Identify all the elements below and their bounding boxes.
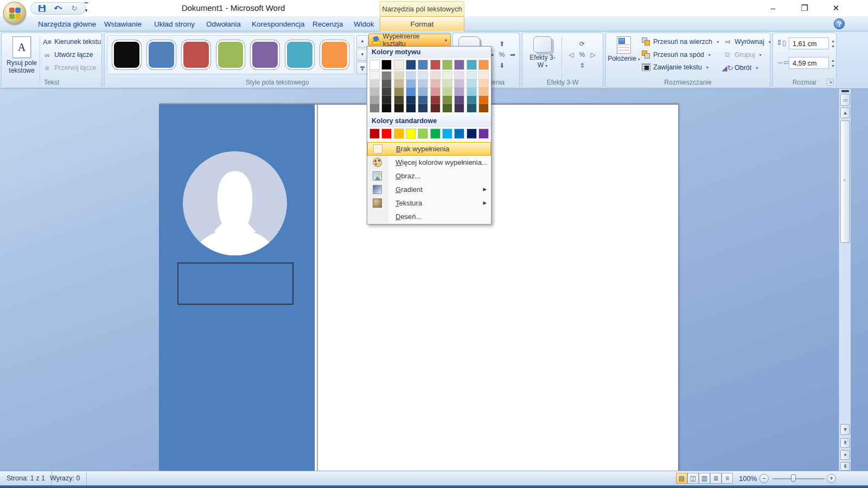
print-layout-view-button[interactable]: ▤ xyxy=(676,473,687,484)
zoom-in-button[interactable]: + xyxy=(827,474,836,483)
tint-swatch[interactable] xyxy=(370,104,379,112)
standard-color-swatch[interactable] xyxy=(394,129,404,138)
group-objects-button[interactable]: ⧉ Grupuj xyxy=(723,50,762,59)
split-handle[interactable] xyxy=(841,90,849,92)
tint-swatch[interactable] xyxy=(443,80,452,88)
bring-to-front-button[interactable]: Przesuń na wierzch xyxy=(642,37,719,46)
tint-swatch[interactable] xyxy=(418,88,427,96)
textbox-style-gallery[interactable] xyxy=(107,35,354,74)
menu-item-no-fill[interactable]: Brak wypełnienia xyxy=(367,142,491,156)
tab-wstawianie[interactable]: Wstawianie xyxy=(97,17,149,31)
tint-swatch[interactable] xyxy=(370,96,379,104)
standard-color-swatch[interactable] xyxy=(467,129,476,138)
tint-swatch[interactable] xyxy=(382,80,391,88)
tint-swatch[interactable] xyxy=(455,96,464,104)
tint-swatch[interactable] xyxy=(455,88,464,96)
tint-swatch[interactable] xyxy=(418,104,427,112)
standard-color-swatch[interactable] xyxy=(370,129,379,138)
tint-swatch[interactable] xyxy=(418,80,427,88)
style-swatch[interactable] xyxy=(320,40,349,70)
scrollbar-thumb[interactable] xyxy=(840,120,850,243)
text-direction-button[interactable]: A≡ Kierunek tekstu xyxy=(43,37,101,46)
tint-swatch[interactable] xyxy=(406,80,416,88)
tint-swatch[interactable] xyxy=(370,80,379,88)
rotate-button[interactable]: ◢↻ Obrót xyxy=(723,63,758,72)
theme-color-swatch[interactable] xyxy=(406,60,416,69)
style-swatch[interactable] xyxy=(112,40,142,70)
tint-swatch[interactable] xyxy=(467,104,476,112)
scroll-down-button[interactable]: ▼ xyxy=(840,424,850,435)
theme-color-swatch[interactable] xyxy=(467,60,476,69)
theme-color-swatch[interactable] xyxy=(382,60,391,69)
save-button[interactable] xyxy=(36,4,47,14)
tint-swatch[interactable] xyxy=(406,72,416,80)
text-wrap-button[interactable]: Zawijanie tekstu xyxy=(642,63,709,71)
browse-object-button[interactable]: ● xyxy=(840,450,850,460)
tint-swatch[interactable] xyxy=(382,104,391,112)
tilt-up-button[interactable]: ⟳ xyxy=(579,40,585,48)
height-input[interactable]: 1,61 cm xyxy=(789,37,829,49)
break-link-button[interactable]: ⋇ Przerwij łącze xyxy=(43,63,96,72)
tint-swatch[interactable] xyxy=(406,88,416,96)
tint-swatch[interactable] xyxy=(467,72,476,80)
standard-color-row[interactable] xyxy=(367,127,491,140)
zoom-slider-track[interactable] xyxy=(773,478,825,479)
nudge-shadow-right-button[interactable]: ➡ xyxy=(510,51,515,59)
tint-swatch[interactable] xyxy=(479,88,488,96)
theme-color-swatch[interactable] xyxy=(479,60,488,69)
redo-button[interactable]: ↻ xyxy=(69,4,80,14)
tint-swatch[interactable] xyxy=(431,72,440,80)
nudge-shadow-up-button[interactable]: ⬆ xyxy=(499,40,505,48)
create-link-button[interactable]: ∞ Utwórz łącze xyxy=(43,50,93,59)
standard-color-swatch[interactable] xyxy=(382,129,391,138)
tint-swatch[interactable] xyxy=(443,96,452,104)
previous-page-button[interactable]: ⇞ xyxy=(840,438,850,448)
tilt-right-button[interactable]: ▷ xyxy=(590,51,595,59)
tint-swatch[interactable] xyxy=(431,96,440,104)
theme-tint-grid[interactable] xyxy=(367,71,491,115)
theme-color-swatch[interactable] xyxy=(418,60,427,69)
tint-swatch[interactable] xyxy=(479,96,488,104)
tint-swatch[interactable] xyxy=(431,80,440,88)
style-swatch[interactable] xyxy=(146,40,176,70)
tint-swatch[interactable] xyxy=(431,88,440,96)
theme-color-row[interactable] xyxy=(367,58,491,71)
menu-item-pattern[interactable]: Deseń... xyxy=(367,210,491,223)
ruler-toggle-button[interactable]: ▭ xyxy=(840,94,850,106)
tint-swatch[interactable] xyxy=(382,96,391,104)
fullscreen-reading-view-button[interactable]: ◫ xyxy=(687,473,699,484)
tint-swatch[interactable] xyxy=(406,96,416,104)
standard-color-swatch[interactable] xyxy=(455,129,464,138)
next-page-button[interactable]: ⇟ xyxy=(840,462,850,471)
3d-toggle-button[interactable]: % xyxy=(579,51,585,59)
tint-swatch[interactable] xyxy=(370,88,379,96)
word-count[interactable]: Wyrazy: 0 xyxy=(43,471,87,486)
standard-color-swatch[interactable] xyxy=(406,129,416,138)
tint-swatch[interactable] xyxy=(455,80,464,88)
scroll-up-button[interactable]: ▲ xyxy=(840,107,850,118)
tint-swatch[interactable] xyxy=(455,104,464,112)
width-spinner[interactable]: ▲▼ xyxy=(831,59,835,68)
height-spinner[interactable]: ▲▼ xyxy=(831,39,835,48)
tint-swatch[interactable] xyxy=(418,72,427,80)
minimize-button[interactable]: – xyxy=(761,0,786,16)
tint-swatch[interactable] xyxy=(467,96,476,104)
style-swatch[interactable] xyxy=(250,40,280,70)
shape-fill-button[interactable]: Wypełnienie kształtu ▾ xyxy=(368,34,451,47)
selected-textbox[interactable] xyxy=(177,262,293,305)
tab-narzedzia-glowne[interactable]: Narzędzia główne xyxy=(30,17,104,31)
theme-color-swatch[interactable] xyxy=(443,60,452,69)
tint-swatch[interactable] xyxy=(455,72,464,80)
standard-color-swatch[interactable] xyxy=(443,129,452,138)
standard-color-swatch[interactable] xyxy=(479,129,488,138)
shadow-toggle-button[interactable]: % xyxy=(499,51,505,59)
tab-widok[interactable]: Widok xyxy=(346,17,382,31)
menu-item-gradient[interactable]: Gradient xyxy=(367,183,491,196)
theme-color-swatch[interactable] xyxy=(370,60,379,69)
tilt-down-button[interactable]: ⇕ xyxy=(579,62,585,69)
menu-item-picture[interactable]: Obraz... xyxy=(367,169,491,183)
tab-recenzja[interactable]: Recenzja xyxy=(305,17,350,31)
draft-view-button[interactable]: ≡ xyxy=(722,473,733,484)
standard-color-swatch[interactable] xyxy=(418,129,427,138)
theme-color-swatch[interactable] xyxy=(455,60,464,69)
